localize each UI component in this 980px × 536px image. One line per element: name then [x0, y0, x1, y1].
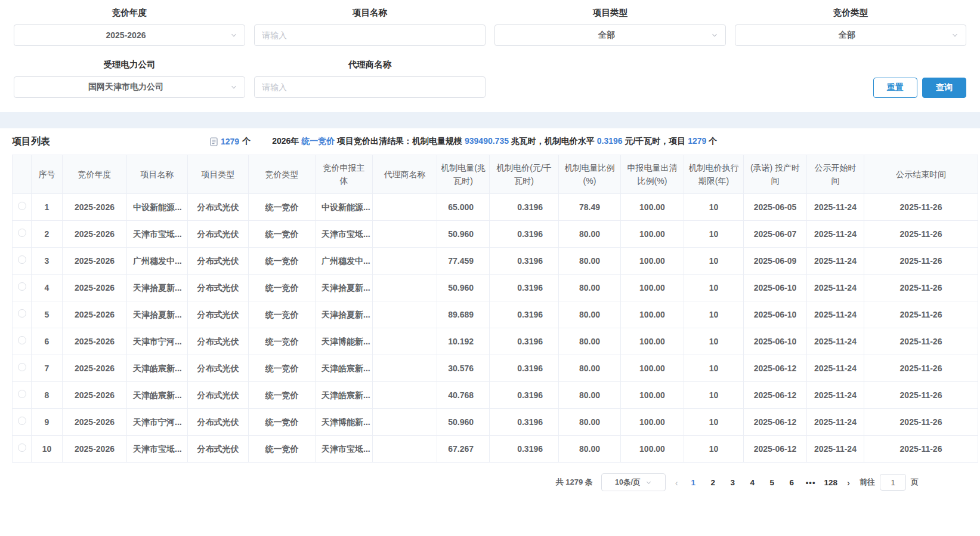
- table-cell: 80.00: [559, 409, 621, 436]
- row-radio[interactable]: [18, 282, 26, 291]
- table-cell: 分布式光伏: [188, 221, 249, 248]
- goto-label: 前往: [860, 477, 875, 488]
- reset-button[interactable]: 重置: [873, 78, 917, 98]
- table-cell: 统一竞价: [249, 194, 316, 221]
- table-cell: 100.00: [621, 275, 684, 301]
- bidding-type-select[interactable]: 全部: [735, 24, 966, 46]
- table-cell: 10: [684, 194, 744, 221]
- table-cell: 10: [684, 328, 744, 355]
- table-row: 102025-2026天津市宝坻...分布式光伏统一竞价天津市宝坻...67.2…: [13, 436, 978, 463]
- table-cell: 分布式光伏: [188, 382, 249, 409]
- table-cell: 2025-11-24: [807, 221, 864, 248]
- table-row: 82025-2026天津皓宸新...分布式光伏统一竞价天津皓宸新...40.76…: [13, 382, 978, 409]
- table-cell: 4: [32, 275, 63, 301]
- table-row: 42025-2026天津拾夏新...分布式光伏统一竞价天津拾夏新...50.96…: [13, 275, 978, 301]
- table-cell: 78.49: [559, 194, 621, 221]
- table-cell: 100.00: [621, 301, 684, 328]
- table-cell: 10: [684, 409, 744, 436]
- table-cell: 2025-11-24: [807, 301, 864, 328]
- radio-cell: [13, 355, 32, 382]
- table-cell: 中设新能源...: [127, 194, 188, 221]
- table-cell: 10: [684, 355, 744, 382]
- chevron-down-icon: [951, 32, 959, 39]
- table-cell: 2025-11-26: [864, 328, 978, 355]
- bidding-type-value: 全部: [743, 30, 951, 41]
- table-cell: 0.3196: [490, 355, 559, 382]
- table-cell: 5: [32, 301, 63, 328]
- project-name-input[interactable]: [262, 30, 478, 40]
- page-number[interactable]: 2: [707, 478, 719, 487]
- row-radio[interactable]: [18, 363, 26, 371]
- table-cell: 2025-2026: [63, 328, 127, 355]
- table-cell: 2025-11-26: [864, 301, 978, 328]
- radio-cell: [13, 221, 32, 248]
- row-radio[interactable]: [18, 202, 26, 210]
- page-number[interactable]: 5: [766, 478, 778, 487]
- prev-page-button[interactable]: ‹: [674, 478, 679, 487]
- table-cell: [373, 248, 437, 275]
- page-number-active[interactable]: 1: [688, 478, 699, 487]
- summary-link[interactable]: 统一竞价: [301, 136, 335, 146]
- table-cell: 2025-11-26: [864, 194, 978, 221]
- table-cell: 2025-11-24: [807, 436, 864, 463]
- table-cell: 6: [32, 328, 63, 355]
- column-header: 项目类型: [188, 155, 249, 194]
- table-row: 22025-2026天津市宝坻...分布式光伏统一竞价天津市宝坻...50.96…: [13, 221, 978, 248]
- row-radio[interactable]: [18, 309, 26, 318]
- row-radio[interactable]: [18, 390, 26, 398]
- table-cell: 80.00: [559, 382, 621, 409]
- radio-cell: [13, 436, 32, 463]
- summary-text: 项目竞价出清结果：机制电量规模: [335, 136, 465, 146]
- agent-name-input[interactable]: [262, 82, 478, 92]
- page-size-select[interactable]: 10条/页: [601, 473, 666, 491]
- table-cell: 2025-2026: [63, 436, 127, 463]
- column-header: 机制电价(元/千瓦时): [490, 155, 559, 194]
- page-number[interactable]: 6: [786, 478, 797, 487]
- row-radio[interactable]: [18, 229, 26, 237]
- page-number[interactable]: 4: [747, 478, 758, 487]
- table-cell: 统一竞价: [249, 382, 316, 409]
- filter-label-power-company: 受理电力公司: [14, 59, 245, 70]
- table-cell: 2025-06-12: [744, 382, 807, 409]
- table-cell: [373, 409, 437, 436]
- radio-cell: [13, 194, 32, 221]
- table-cell: 天津市宝坻...: [127, 436, 188, 463]
- pagination-ellipsis[interactable]: •••: [806, 478, 816, 487]
- table-cell: 广州穗发中...: [127, 248, 188, 275]
- table-cell: 统一竞价: [249, 221, 316, 248]
- project-type-value: 全部: [502, 30, 711, 41]
- radio-cell: [13, 248, 32, 275]
- table-cell: 80.00: [559, 355, 621, 382]
- filter-actions: 重置 查询: [735, 59, 966, 98]
- power-company-select[interactable]: 国网天津市电力公司: [14, 76, 245, 98]
- row-radio[interactable]: [18, 255, 26, 264]
- goto-page-input[interactable]: [880, 474, 906, 491]
- filter-bidding-year: 竞价年度 2025-2026: [14, 7, 245, 46]
- summary-link[interactable]: 0.3196: [597, 136, 623, 146]
- column-header: 公示开始时间: [807, 155, 864, 194]
- table-cell: 7: [32, 355, 63, 382]
- table-cell: 100.00: [621, 328, 684, 355]
- table-cell: 2025-06-12: [744, 436, 807, 463]
- row-radio[interactable]: [18, 336, 26, 344]
- next-page-button[interactable]: ›: [846, 478, 851, 487]
- table-cell: 天津博能新...: [316, 409, 373, 436]
- page-number[interactable]: 128: [824, 478, 837, 487]
- search-button[interactable]: 查询: [922, 78, 966, 98]
- table-cell: 100.00: [621, 248, 684, 275]
- table-cell: 1: [32, 194, 63, 221]
- summary-link[interactable]: 1279: [688, 136, 706, 146]
- radio-cell: [13, 275, 32, 301]
- page-number[interactable]: 3: [727, 478, 738, 487]
- table-cell: 天津皓宸新...: [127, 382, 188, 409]
- page-title: 项目列表: [12, 135, 50, 148]
- table-cell: 2025-2026: [63, 275, 127, 301]
- table-cell: 2025-11-26: [864, 355, 978, 382]
- row-radio[interactable]: [18, 443, 26, 452]
- project-type-select[interactable]: 全部: [494, 24, 726, 46]
- table-cell: 10: [684, 436, 744, 463]
- summary-link[interactable]: 939490.735: [465, 136, 509, 146]
- row-radio[interactable]: [18, 417, 26, 425]
- filter-label-bidding-year: 竞价年度: [14, 7, 245, 19]
- bidding-year-select[interactable]: 2025-2026: [14, 24, 245, 46]
